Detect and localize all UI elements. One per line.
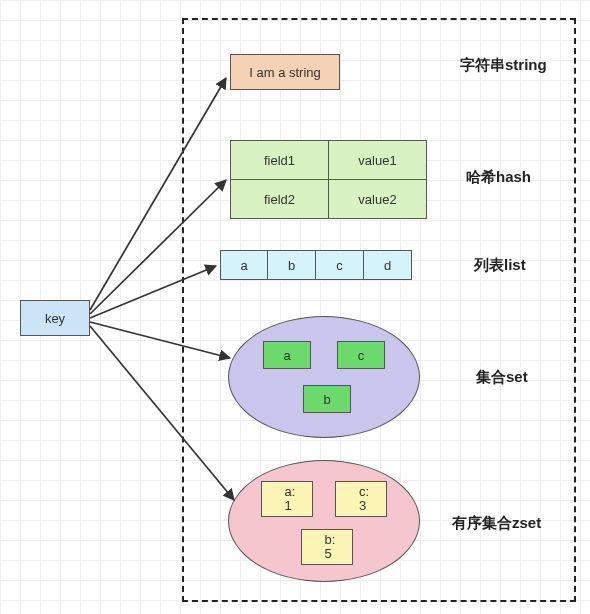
hash-row: field1 value1	[231, 141, 427, 180]
type-label-string: 字符串string	[460, 56, 547, 75]
set-member: a	[263, 341, 311, 369]
hash-row: field2 value2	[231, 180, 427, 219]
hash-table: field1 value1 field2 value2	[230, 140, 427, 219]
zset-member: b: 5	[301, 529, 353, 565]
zset-member-text: c: 3	[359, 485, 369, 514]
hash-field: field2	[231, 180, 329, 219]
list-cell: c	[316, 250, 364, 280]
list-cell: b	[268, 250, 316, 280]
list-row: a b c d	[220, 250, 412, 280]
hash-value: value1	[329, 141, 427, 180]
hash-field: field1	[231, 141, 329, 180]
list-cell: d	[364, 250, 412, 280]
set-member: b	[303, 385, 351, 413]
set-ellipse: a c b	[228, 316, 420, 438]
hash-value: value2	[329, 180, 427, 219]
type-label-hash: 哈希hash	[466, 168, 531, 187]
zset-member: c: 3	[335, 481, 387, 517]
zset-member-text: b: 5	[325, 533, 336, 562]
zset-member-text: a: 1	[285, 485, 296, 514]
key-label: key	[45, 311, 65, 326]
string-value: I am a string	[249, 65, 321, 80]
type-label-zset: 有序集合zset	[452, 514, 541, 533]
key-box: key	[20, 300, 90, 336]
set-member: c	[337, 341, 385, 369]
list-cell: a	[220, 250, 268, 280]
zset-ellipse: a: 1 c: 3 b: 5	[228, 460, 420, 582]
type-label-set: 集合set	[476, 368, 528, 387]
type-label-list: 列表list	[474, 256, 526, 275]
string-value-box: I am a string	[230, 54, 340, 90]
zset-member: a: 1	[261, 481, 313, 517]
